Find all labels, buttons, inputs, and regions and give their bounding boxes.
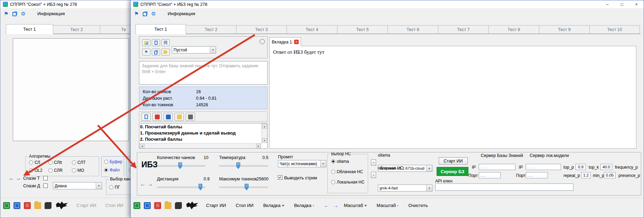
tab-test-1[interactable]: Тест 1 bbox=[6, 24, 53, 34]
radio-mo[interactable]: МО bbox=[72, 168, 84, 173]
slider-thumb[interactable] bbox=[236, 162, 240, 169]
combo-arrow-icon[interactable]: ▼ bbox=[96, 182, 102, 189]
tab-plus-button[interactable]: Вкладка + bbox=[263, 203, 284, 208]
flag-button[interactable]: ⚑ bbox=[142, 49, 150, 56]
next-tab-arrow-button[interactable]: → bbox=[333, 202, 338, 208]
radio-buffer[interactable]: Буфер bbox=[104, 159, 122, 164]
bookmark-button[interactable] bbox=[161, 39, 170, 46]
flag-icon[interactable]: ⚑ bbox=[4, 11, 8, 16]
tab-test-5[interactable]: Тест 5 bbox=[337, 25, 388, 34]
kb-ip-input[interactable]: . . . . bbox=[479, 164, 515, 170]
titlebar[interactable]: СППРП "Сокол" + ИБЗ reg № 278 – □ × bbox=[131, 0, 644, 9]
minimize-button[interactable]: – bbox=[600, 0, 615, 9]
name-combo[interactable]: Диана ▼ bbox=[53, 182, 102, 189]
maximize-button[interactable]: □ bbox=[615, 0, 629, 9]
close-button[interactable]: × bbox=[629, 0, 644, 9]
prompt-combo[interactable]: Чат(с источниками) ▼ bbox=[278, 160, 326, 167]
list-item[interactable]: 1. Проанализируй данные и сделай вывод bbox=[140, 130, 261, 136]
next-arrow-button[interactable]: → bbox=[16, 176, 21, 181]
api-key-input[interactable] bbox=[435, 184, 573, 191]
tool-icon[interactable] bbox=[175, 202, 182, 209]
radio-local-ns[interactable]: Локальная НС bbox=[331, 180, 364, 185]
horizontal-scrollbar[interactable]: ◄ ► bbox=[139, 143, 261, 148]
scroll-left-button[interactable]: ◄ bbox=[140, 144, 144, 148]
tool-icon[interactable] bbox=[45, 202, 52, 209]
start-ai-button[interactable]: Старт ИИ bbox=[76, 203, 96, 208]
zoom-plus-button[interactable]: Масштаб + bbox=[344, 203, 367, 208]
radio-file[interactable]: Файл bbox=[104, 168, 120, 172]
tab-test-8[interactable]: Тест 8 bbox=[489, 25, 539, 34]
repeat-p-input[interactable]: 1.2 bbox=[581, 172, 591, 178]
answer-tab-close-button[interactable]: × bbox=[294, 40, 299, 44]
clear-button[interactable]: Очистить bbox=[408, 203, 428, 208]
table-icon[interactable] bbox=[144, 202, 151, 209]
cloud-minus-button[interactable]: - bbox=[371, 172, 376, 178]
gear-icon[interactable]: ⚙ bbox=[21, 11, 25, 16]
combo-arrow-icon[interactable]: ▼ bbox=[426, 185, 432, 191]
list-item[interactable]: 0. Посчитай баллы bbox=[140, 124, 261, 130]
local-ip-input[interactable]: . . . . bbox=[526, 164, 561, 170]
radio-ol2[interactable]: OL2 bbox=[29, 168, 43, 173]
prev-tab-arrow-button[interactable]: ← bbox=[324, 202, 329, 208]
start-ai-button[interactable]: Старт ИИ bbox=[206, 203, 226, 208]
copy-button[interactable] bbox=[152, 49, 160, 56]
vertical-scrollbar[interactable]: ▲ ▼ bbox=[261, 123, 267, 143]
folder-icon[interactable] bbox=[34, 202, 41, 209]
excel-icon[interactable] bbox=[133, 202, 140, 209]
folder-icon[interactable] bbox=[165, 202, 171, 209]
cloud-model-combo[interactable]: grok-4-fast ▼ bbox=[378, 185, 432, 191]
tab-test-7[interactable]: Тест 7 bbox=[438, 25, 489, 34]
tab-test-10[interactable]: Тест 10 bbox=[590, 25, 640, 34]
start-ai-button[interactable]: Старт ИИ bbox=[439, 157, 468, 165]
image-button[interactable] bbox=[142, 39, 150, 46]
copy-icon[interactable] bbox=[143, 12, 147, 16]
scroll-down-button[interactable]: ▼ bbox=[262, 138, 267, 143]
radio-slt[interactable]: СЛТ bbox=[72, 160, 85, 165]
preset-combo[interactable]: Пустой ▼ bbox=[172, 46, 216, 53]
menu-information[interactable]: Информация bbox=[168, 11, 195, 16]
scroll-up-button[interactable]: ▲ bbox=[262, 124, 267, 129]
combo-arrow-icon[interactable]: ▼ bbox=[320, 160, 326, 167]
notes-button[interactable] bbox=[175, 113, 184, 121]
tab-test-2[interactable]: Тест 2 bbox=[186, 25, 236, 34]
radio-sl[interactable]: СЛ bbox=[29, 160, 40, 165]
tab-test-6[interactable]: Тест 6 bbox=[388, 25, 438, 34]
prev-arrow-button[interactable]: ← bbox=[9, 176, 14, 181]
ibz-prev-arrow-button[interactable]: ← bbox=[140, 181, 146, 187]
pdf-button[interactable] bbox=[152, 113, 162, 121]
tag-button[interactable] bbox=[161, 49, 170, 56]
pdf-icon[interactable] bbox=[154, 202, 161, 209]
zoom-minus-button[interactable]: Масштаб - bbox=[377, 203, 399, 208]
scroll-right-button[interactable]: ► bbox=[256, 144, 261, 148]
menu-information[interactable]: Информация bbox=[37, 11, 65, 16]
stop-ai-button[interactable]: Стоп ИИ bbox=[105, 203, 123, 208]
flag-icon[interactable]: ⚑ bbox=[134, 11, 139, 16]
local-port-input[interactable]: ..... bbox=[526, 172, 548, 178]
tab-test-9[interactable]: Тест 9 bbox=[539, 25, 590, 34]
word-button[interactable] bbox=[164, 113, 173, 121]
top-p-input[interactable]: 0.9 bbox=[576, 164, 586, 170]
answer-tab[interactable]: Вкладка 1 × bbox=[269, 37, 301, 46]
distance-slider[interactable] bbox=[157, 184, 205, 191]
slider-thumb[interactable] bbox=[245, 184, 249, 190]
tab-test-1[interactable]: Тест 1 bbox=[136, 24, 186, 34]
radio-sltt[interactable]: СЛtt bbox=[48, 160, 62, 165]
excel-icon[interactable] bbox=[3, 202, 10, 209]
max-tokens-slider[interactable] bbox=[219, 184, 268, 191]
stop-ai-button[interactable]: Стоп ИИ bbox=[236, 203, 254, 208]
radio-ollama[interactable]: ollama bbox=[331, 159, 349, 164]
radio-pg[interactable]: ПГ bbox=[109, 185, 120, 190]
gear-icon[interactable]: ⚙ bbox=[151, 11, 156, 16]
trash-button[interactable] bbox=[141, 113, 151, 121]
min-p-input[interactable]: 0.05 bbox=[604, 172, 616, 178]
kb-server-button[interactable]: Сервер БЗ bbox=[437, 167, 468, 176]
chunks-slider[interactable] bbox=[157, 162, 205, 170]
spazm-d-checkbox[interactable] bbox=[43, 184, 48, 188]
tab-test-2[interactable]: Тест 2 bbox=[53, 25, 100, 34]
list-item[interactable]: 2. Посчитай баллы bbox=[140, 136, 261, 142]
radio-cloud-ns[interactable]: Облачная НС bbox=[331, 169, 363, 174]
slider-thumb[interactable] bbox=[198, 184, 202, 190]
tab-test-4[interactable]: Тест 4 bbox=[287, 25, 337, 34]
calculator-button[interactable] bbox=[186, 113, 195, 121]
spazm-t-checkbox[interactable] bbox=[43, 176, 48, 180]
